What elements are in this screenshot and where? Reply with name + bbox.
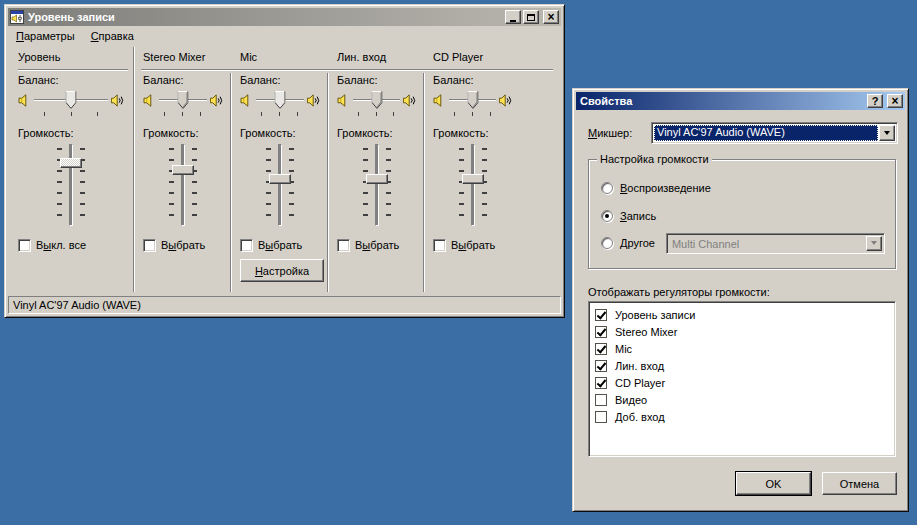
select-checkbox[interactable]: [240, 239, 253, 252]
help-button[interactable]: ?: [867, 94, 883, 108]
mixer-label: Микшер:: [588, 127, 651, 139]
dialog-buttons: OK Отмена: [736, 472, 897, 495]
group-title: Настройка громкости: [597, 153, 712, 165]
checkbox-label: Выкл. все: [36, 239, 86, 251]
channel-title: CD Player: [424, 45, 561, 63]
status-bar: Vinyl AC'97 Audio (WAVE): [8, 296, 561, 314]
balance-track[interactable]: [256, 99, 304, 101]
volume-slider[interactable]: [424, 144, 561, 228]
minimize-button[interactable]: [505, 10, 521, 24]
item-label: Лин. вход: [615, 360, 664, 372]
balance-slider[interactable]: [231, 88, 328, 112]
list-item[interactable]: CD Player: [595, 374, 895, 391]
volume-mixer-icon: [10, 10, 24, 24]
radio-row-other: Другое Multi Channel: [601, 235, 895, 251]
list-item[interactable]: Видео: [595, 391, 895, 408]
speaker-quiet-icon: [337, 94, 350, 107]
balance-track[interactable]: [353, 99, 400, 101]
balance-thumb[interactable]: [467, 91, 478, 109]
balance-label: Баланс:: [8, 74, 134, 86]
select-checkbox[interactable]: [433, 239, 446, 252]
configure-button[interactable]: Настройка: [240, 259, 324, 282]
properties-dialog: Свойства ? × Микшер: Vinyl AC'97 Audio (…: [572, 88, 909, 512]
ok-button[interactable]: OK: [736, 472, 811, 495]
maximize-button[interactable]: [523, 10, 539, 24]
mute-all-checkbox[interactable]: [18, 239, 31, 252]
radio-other[interactable]: [601, 237, 613, 249]
balance-slider[interactable]: [8, 88, 134, 112]
volume-thumb[interactable]: [172, 165, 194, 175]
volume-slider[interactable]: [8, 144, 134, 228]
balance-track[interactable]: [159, 99, 207, 101]
volume-track[interactable]: [278, 144, 282, 226]
volume-slider[interactable]: [231, 144, 328, 228]
item-checkbox[interactable]: [595, 394, 607, 406]
volume-track[interactable]: [69, 144, 73, 226]
item-checkbox[interactable]: [595, 377, 607, 389]
volume-thumb[interactable]: [366, 174, 388, 184]
balance-slider[interactable]: [134, 88, 231, 112]
volume-track[interactable]: [375, 144, 379, 226]
item-checkbox[interactable]: [595, 309, 607, 321]
balance-ticks: [424, 112, 561, 116]
volume-track[interactable]: [471, 144, 475, 226]
radio-playback[interactable]: [601, 182, 613, 194]
channel-title: Mic: [231, 45, 328, 63]
item-checkbox[interactable]: [595, 411, 607, 423]
checkbox-label: Выбрать: [355, 239, 399, 251]
balance-ticks: [8, 112, 134, 116]
radio-row-recording: Запись: [601, 208, 895, 224]
balance-track[interactable]: [34, 99, 108, 101]
list-item[interactable]: Доб. вход: [595, 408, 895, 425]
close-button[interactable]: ×: [887, 94, 903, 108]
select-row: Выбрать: [134, 238, 231, 252]
volume-thumb[interactable]: [60, 158, 82, 168]
item-checkbox[interactable]: [595, 343, 607, 355]
checkbox-label: Выбрать: [451, 239, 495, 251]
volume-slider[interactable]: [328, 144, 424, 228]
speaker-loud-icon: [499, 94, 512, 107]
volume-ticks-right: [289, 148, 294, 222]
mixer-dropdown-button[interactable]: [879, 125, 895, 141]
mixer-row: Микшер: Vinyl AC'97 Audio (WAVE): [588, 122, 898, 144]
select-checkbox[interactable]: [337, 239, 350, 252]
window-titlebar[interactable]: Уровень записи ×: [8, 8, 561, 26]
item-label: CD Player: [615, 377, 665, 389]
list-item[interactable]: Stereo Mixer: [595, 323, 895, 340]
list-item[interactable]: Уровень записи: [595, 306, 895, 323]
dialog-titlebar[interactable]: Свойства ? ×: [576, 92, 905, 110]
item-checkbox[interactable]: [595, 326, 607, 338]
menu-item-help[interactable]: Справка: [83, 27, 142, 45]
volume-thumb[interactable]: [462, 174, 484, 184]
cancel-button[interactable]: Отмена: [822, 472, 897, 495]
mixer-select[interactable]: Vinyl AC'97 Audio (WAVE): [651, 122, 898, 144]
configure-button-label: Настройка: [255, 265, 309, 277]
balance-thumb[interactable]: [66, 91, 77, 109]
select-row: Выбрать: [328, 238, 424, 252]
volume-track[interactable]: [181, 144, 185, 226]
help-icon: ?: [872, 96, 879, 107]
item-checkbox[interactable]: [595, 360, 607, 372]
list-item[interactable]: Mic: [595, 340, 895, 357]
balance-label: Баланс:: [328, 74, 424, 86]
header-divider: [18, 69, 128, 71]
radio-recording[interactable]: [601, 210, 613, 222]
column-separator: [423, 73, 425, 292]
balance-slider[interactable]: [424, 88, 561, 112]
list-item[interactable]: Лин. вход: [595, 357, 895, 374]
menu-item-options[interactable]: Параметры: [8, 27, 83, 45]
balance-thumb[interactable]: [275, 91, 286, 109]
volume-thumb[interactable]: [269, 174, 291, 184]
select-checkbox[interactable]: [143, 239, 156, 252]
volume-label: Громкость:: [8, 127, 134, 139]
balance-thumb[interactable]: [371, 91, 382, 109]
balance-thumb[interactable]: [178, 91, 189, 109]
balance-slider[interactable]: [328, 88, 424, 112]
balance-track[interactable]: [449, 99, 496, 101]
close-button[interactable]: ×: [543, 10, 559, 24]
volume-slider[interactable]: [134, 144, 231, 228]
window-title: Уровень записи: [26, 11, 503, 23]
mixer-selected-value: Vinyl AC'97 Audio (WAVE): [654, 125, 878, 141]
volume-controls-list[interactable]: Уровень записи Stereo Mixer Mic Лин. вхо…: [588, 301, 896, 457]
item-label: Уровень записи: [615, 309, 695, 321]
